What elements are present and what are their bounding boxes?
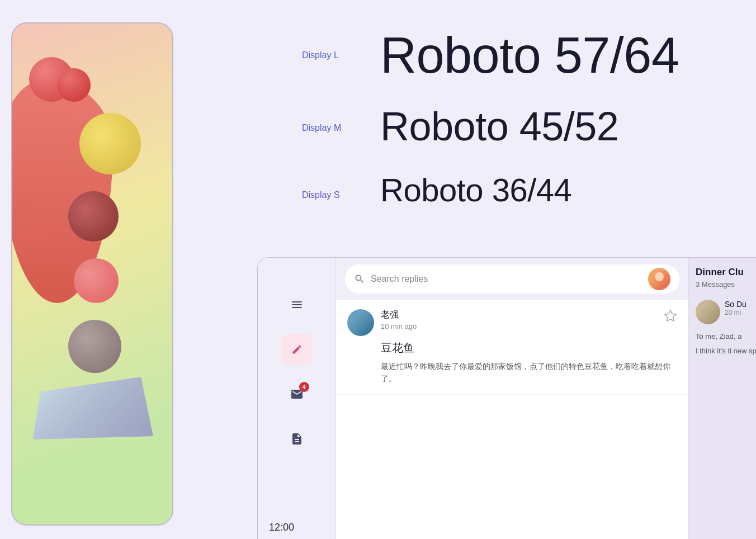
display-m-text: Roboto 45/52 [380,103,618,150]
search-icon [354,273,365,285]
email-main-content: Search replies 老强 10 min ago [336,258,688,539]
right-email-preview-text: I think it's ti new spot do [696,346,756,357]
phone-ui-mockup: 12:00 4 [257,257,756,539]
typography-panel: Display L Roboto 57/64 Display M Roboto … [257,0,756,539]
display-l-label: Display L [302,50,339,60]
phone-mockup [11,22,173,526]
gray-sphere [68,320,121,373]
maroon-sphere [68,191,119,242]
time-bar: 12:00 [258,515,336,539]
svg-rect-0 [292,301,302,302]
compose-button[interactable] [281,334,313,365]
yellow-sphere [79,113,141,174]
right-sender-info: So Du 20 mi [725,300,756,316]
right-email-preview-to: To me, Ziad, a [696,331,756,342]
right-email-item[interactable]: So Du 20 mi [696,300,756,324]
sender-avatar [347,309,374,336]
time-display: 12:00 [269,522,294,533]
email-time: 10 min ago [381,322,657,330]
right-sender-name: So Du [725,300,756,309]
message-count: 3 Messages [696,280,756,289]
sender-name: 老强 [381,309,657,321]
email-list-item[interactable]: 老强 10 min ago 豆花鱼 最近忙吗？昨晚我去了你最爱的那家饭馆，点了他… [336,300,688,395]
sender-info: 老强 10 min ago [381,309,657,330]
pink-sphere [74,258,119,303]
display-s-text: Roboto 36/44 [380,171,571,210]
search-placeholder-text: Search replies [371,274,642,284]
display-m-label: Display M [302,123,341,133]
user-avatar[interactable] [648,268,670,290]
hamburger-menu-icon[interactable] [281,289,313,320]
inbox-icon[interactable]: 4 [281,379,313,410]
star-icon[interactable] [664,309,677,325]
right-sender-time: 20 mi [725,309,756,316]
right-sender-avatar [696,300,720,324]
display-l-text: Roboto 57/64 [380,28,679,83]
left-illustration-panel [0,0,190,539]
email-subject: 豆花鱼 [381,341,677,356]
display-s-label: Display S [302,190,340,200]
svg-rect-1 [292,304,302,305]
search-bar[interactable]: Search replies [345,264,679,294]
svg-marker-3 [665,310,676,321]
search-bar-row: Search replies [336,258,688,300]
email-header: 老强 10 min ago [347,309,677,336]
geometric-platform [33,377,153,439]
thread-title: Dinner Clu [696,267,756,278]
svg-rect-2 [292,307,302,308]
inbox-badge: 4 [299,382,309,392]
red-ball-top2 [57,68,91,102]
notes-icon[interactable] [281,423,313,455]
email-preview: 最近忙吗？昨晚我去了你最爱的那家饭馆，点了他们的特色豆花鱼，吃着吃着就想你了。 [381,360,677,385]
thread-panel: Dinner Clu 3 Messages So Du 20 mi To me,… [688,258,756,539]
left-nav: 4 [258,258,336,539]
